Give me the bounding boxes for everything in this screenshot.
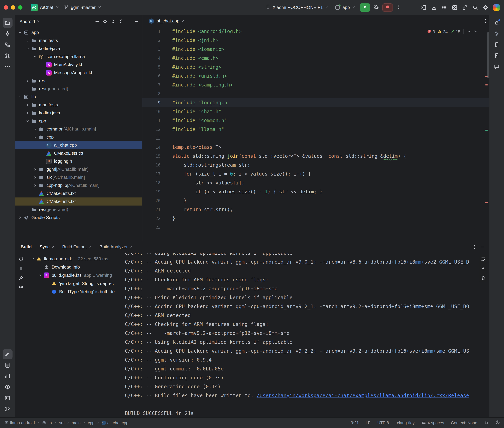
error-stripe-mark[interactable]: [485, 202, 488, 203]
code-line[interactable]: 7#include <sampling.h>: [142, 81, 489, 89]
tree-item[interactable]: KMainActivity.kt: [15, 61, 142, 69]
chevron-right-icon[interactable]: [24, 103, 31, 107]
tree-item[interactable]: manifests: [15, 36, 142, 45]
tree-item[interactable]: ggml [AiChat.lib.main]: [15, 165, 142, 173]
commit-icon[interactable]: [3, 29, 13, 39]
code-line[interactable]: 8: [142, 89, 489, 98]
code-line[interactable]: 10#include "chat.h": [142, 107, 489, 116]
code-line[interactable]: 17 for (size_t i = 0; i < values.size();…: [142, 170, 489, 179]
clear-all-icon[interactable]: [479, 274, 487, 282]
chevron-right-icon[interactable]: [24, 39, 31, 42]
close-tab-icon[interactable]: [130, 244, 133, 249]
chevron-right-icon[interactable]: [32, 127, 38, 131]
run-button[interactable]: [360, 3, 370, 12]
tree-item[interactable]: cpp: [15, 117, 142, 125]
chevron-down-icon[interactable]: [29, 257, 36, 261]
minimize-window-button[interactable]: [11, 5, 15, 10]
tree-item[interactable]: CMakeLists.txt: [15, 189, 142, 198]
hide-build-panel-icon[interactable]: [478, 243, 486, 251]
device-manager-icon[interactable]: [492, 40, 502, 50]
chevron-right-icon[interactable]: [24, 79, 31, 83]
device-selector[interactable]: Xiaomi POCOPHONE F1: [263, 3, 331, 12]
close-tab-icon[interactable]: [182, 18, 185, 24]
re-sync-icon[interactable]: [17, 255, 25, 263]
scroll-to-end-icon[interactable]: [479, 265, 487, 272]
collapse-all-icon[interactable]: [117, 17, 125, 25]
tree-item[interactable]: Kbuild.gradle.ktsapp 1 warning: [27, 271, 122, 279]
previous-problem-icon[interactable]: [467, 29, 471, 35]
breadcrumb-item[interactable]: lib: [42, 420, 52, 425]
more-tools-icon[interactable]: [3, 62, 13, 72]
build-options-icon[interactable]: [470, 243, 478, 251]
tree-item[interactable]: CMakeLists.txt: [15, 149, 142, 157]
code-line[interactable]: 23: [142, 223, 489, 232]
running-devices-icon[interactable]: [492, 51, 502, 61]
build-console[interactable]: C/C++: -- Using KleidiAI optimized kerne…: [122, 253, 489, 417]
code-line[interactable]: 5#include <string>: [142, 63, 489, 72]
close-tab-icon[interactable]: [89, 244, 92, 249]
locate-icon[interactable]: [101, 17, 109, 25]
context-widget[interactable]: Context: None: [451, 420, 477, 425]
error-stripe-mark[interactable]: [485, 84, 488, 85]
tree-item[interactable]: cpp: [15, 133, 142, 141]
code-line[interactable]: 9#include "logging.h": [142, 98, 489, 107]
more-run-actions-button[interactable]: [394, 3, 403, 12]
tree-item[interactable]: Hlogging.h: [15, 157, 142, 165]
breadcrumb-item[interactable]: cpp: [88, 420, 94, 425]
tree-item[interactable]: lib: [15, 93, 142, 101]
assistant-icon[interactable]: [492, 62, 502, 72]
code-line[interactable]: 4#include <cmath>: [142, 54, 489, 63]
device-mirroring-icon[interactable]: [419, 3, 428, 12]
close-window-button[interactable]: [4, 5, 8, 10]
code-line[interactable]: 22}: [142, 214, 489, 223]
logcat-icon[interactable]: [3, 360, 13, 370]
tree-item[interactable]: 'jvmTarget: String' is deprec: [27, 279, 122, 288]
code-line[interactable]: 18 str << values[i];: [142, 179, 489, 187]
plugins-icon[interactable]: [461, 3, 469, 12]
tree-item[interactable]: app: [15, 28, 142, 36]
next-problem-icon[interactable]: [473, 29, 478, 35]
chevron-down-icon[interactable]: [24, 119, 31, 123]
chevron-right-icon[interactable]: [32, 176, 38, 179]
breadcrumb-item[interactable]: src: [59, 420, 64, 425]
preview-icon[interactable]: [17, 283, 25, 291]
stop-icon[interactable]: [17, 265, 25, 272]
chevron-right-icon[interactable]: [32, 167, 38, 171]
tree-item[interactable]: BuildType 'debug' is both de: [27, 288, 122, 296]
chevron-right-icon[interactable]: [32, 184, 38, 187]
gradle-icon[interactable]: [492, 29, 502, 39]
tree-item[interactable]: cpp-httplib [AiChat.lib.main]: [15, 181, 142, 189]
console-file-link[interactable]: /Users/hanyin/Workspace/ai-chat/examples…: [256, 393, 469, 398]
indent-widget[interactable]: 4 spaces: [421, 420, 444, 426]
stop-button[interactable]: [382, 3, 393, 12]
version-control-icon[interactable]: [3, 404, 13, 414]
build-tab-sync[interactable]: Sync: [40, 241, 55, 253]
build-tab-build-analyzer[interactable]: Build Analyzer: [99, 241, 133, 253]
app-inspection-icon[interactable]: [450, 3, 459, 12]
breadcrumb-item[interactable]: C++ai_chat.cpp: [102, 420, 128, 425]
chevron-right-icon[interactable]: [17, 216, 23, 220]
build-tab-build-output[interactable]: Build Output: [62, 241, 92, 253]
code-line[interactable]: 19 if (i < values.size() - 1) { str << d…: [142, 187, 489, 196]
code-editor[interactable]: 1#include <android/log.h>2#include <jni.…: [142, 27, 489, 241]
error-stripe-mark[interactable]: [485, 130, 488, 131]
breadcrumb-item[interactable]: llama.android: [4, 420, 35, 425]
inspections-widget[interactable]: 3 24 15: [427, 29, 478, 35]
profiler-icon[interactable]: [430, 3, 438, 12]
tree-item[interactable]: llama.android: fi22 sec, 583 ms: [27, 255, 122, 263]
tree-item[interactable]: kotlin+java: [15, 45, 142, 53]
code-line[interactable]: 13: [142, 134, 489, 143]
tree-item[interactable]: Gradle Scripts: [15, 214, 142, 222]
editor-tab[interactable]: C++ ai_chat.cpp: [145, 15, 188, 27]
code-line[interactable]: 21 return str.str();: [142, 205, 489, 214]
tree-item[interactable]: kotlin+java: [15, 109, 142, 117]
code-line[interactable]: 11#include "common.h": [142, 116, 489, 125]
code-line[interactable]: 6#include <unistd.h>: [142, 72, 489, 81]
encoding-widget[interactable]: UTF-8: [377, 420, 389, 425]
chevron-down-icon[interactable]: [37, 273, 43, 277]
code-line[interactable]: 15static std::string join(const std::vec…: [142, 152, 489, 161]
zoom-window-button[interactable]: [18, 5, 22, 10]
build-icon[interactable]: [3, 349, 13, 359]
project-folder-icon[interactable]: [3, 18, 13, 28]
pull-requests-icon[interactable]: [3, 51, 13, 61]
